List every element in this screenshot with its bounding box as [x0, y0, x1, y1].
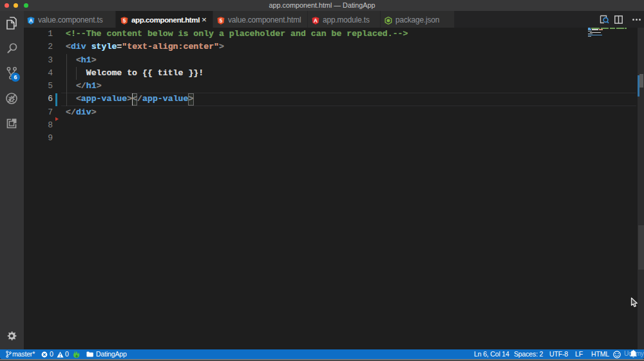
- svg-text:5: 5: [220, 18, 223, 24]
- svg-text:5: 5: [123, 18, 126, 24]
- svg-text:A: A: [314, 18, 317, 24]
- svg-text:A: A: [29, 18, 33, 24]
